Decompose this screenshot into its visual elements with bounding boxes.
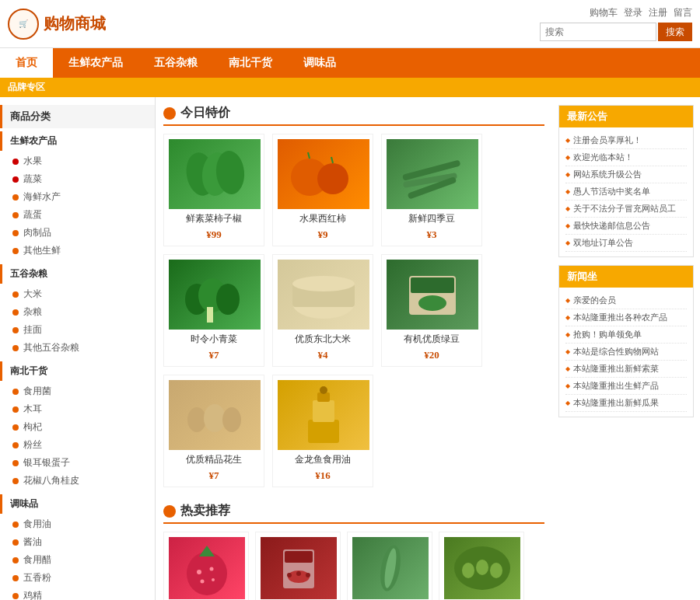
sidebar-item-rice[interactable]: 大米	[0, 285, 155, 303]
svg-point-45	[306, 573, 310, 577]
nav-item-grain[interactable]: 五谷杂粮	[138, 48, 213, 78]
svg-line-12	[308, 152, 310, 159]
sidebar-item-msg[interactable]: 鸡精	[0, 587, 155, 600]
news-item-6[interactable]: 本站隆重推出生鲜产品	[565, 378, 687, 395]
announcement-item-5[interactable]: 关于不法分子冒充网站员工	[565, 201, 687, 218]
sidebar-item-mushroom-dry[interactable]: 食用菌	[0, 382, 155, 400]
news-item-1[interactable]: 亲爱的会员	[565, 292, 687, 309]
product-price-7: ¥7	[169, 469, 259, 482]
cart-link[interactable]: 购物车	[590, 6, 618, 19]
product-card-6[interactable]: 有机优质绿豆 ¥20	[381, 254, 482, 367]
product-card-4[interactable]: 时令小青菜 ¥7	[163, 254, 264, 367]
product-name-8: 金龙鱼食用油	[278, 453, 368, 466]
svg-point-39	[212, 578, 215, 581]
hot-card-4[interactable]: 新鲜毛豆 ¥199	[439, 532, 524, 600]
announcement-box: 最新公告 注册会员享厚礼！ 欢迎光临本站！ 网站系统升级公告 愚人节活动中奖名单…	[558, 105, 694, 257]
product-name-1: 鲜素菜柿子椒	[169, 212, 259, 225]
news-item-3[interactable]: 抢购！购单领免单	[565, 326, 687, 344]
sidebar-item-vermicelli[interactable]: 粉丝	[0, 436, 155, 454]
news-title: 新闻坐	[559, 266, 693, 288]
product-price-8: ¥16	[278, 469, 368, 482]
product-card-7[interactable]: 优质精品花生 ¥7	[163, 375, 264, 487]
announcement-item-6[interactable]: 最快快递邮信息公告	[565, 218, 687, 235]
right-panel: 最新公告 注册会员享厚礼！ 欢迎光临本站！ 网站系统升级公告 愚人节活动中奖名单…	[552, 97, 700, 600]
announcement-item-7[interactable]: 双地址订单公告	[565, 235, 687, 252]
svg-rect-20	[207, 307, 213, 323]
brand-bar-text: 品牌专区	[8, 82, 45, 92]
logo: 🛒 购物商城	[8, 9, 106, 40]
logo-icon: 🛒	[8, 9, 39, 40]
sidebar-item-soy-sauce[interactable]: 酱油	[0, 533, 155, 551]
hot-card-1[interactable]: 有机奶油草莓 ¥196	[163, 532, 249, 600]
sidebar-item-tremella[interactable]: 银耳银蛋子	[0, 454, 155, 472]
product-price-1: ¥99	[169, 228, 259, 241]
sidebar-item-mixed-grain[interactable]: 杂粮	[0, 303, 155, 321]
announcement-item-4[interactable]: 愚人节活动中奖名单	[565, 183, 687, 201]
sidebar-item-cooking-oil[interactable]: 食用油	[0, 515, 155, 533]
hot-card-2[interactable]: 有机小红豆 ¥229	[255, 532, 341, 600]
product-img-3	[387, 139, 478, 209]
content: 今日特价 鲜素菜柿子椒 ¥99 水果西红	[156, 97, 552, 600]
product-card-2[interactable]: 水果西红柿 ¥9	[272, 134, 373, 246]
announcement-item-3[interactable]: 网站系统升级公告	[565, 166, 687, 183]
product-card-5[interactable]: 优质东北大米 ¥4	[272, 254, 373, 367]
sidebar-item-wolfberry[interactable]: 枸杞	[0, 418, 155, 436]
product-img-4	[169, 260, 261, 330]
category-fresh: 生鲜农产品	[0, 131, 155, 151]
announcement-title: 最新公告	[559, 106, 693, 127]
content-wrapper: 今日特价 鲜素菜柿子椒 ¥99 水果西红	[156, 97, 700, 600]
product-price-6: ¥20	[387, 349, 477, 361]
register-link[interactable]: 注册	[649, 6, 667, 19]
product-card-1[interactable]: 鲜素菜柿子椒 ¥99	[163, 134, 264, 246]
header: 🛒 购物商城 购物车 登录 注册 留言 搜索	[0, 0, 700, 48]
nav-item-seasoning[interactable]: 调味品	[288, 48, 352, 78]
product-name-4: 时令小青菜	[169, 333, 259, 346]
login-link[interactable]: 登录	[624, 6, 642, 19]
product-img-2	[278, 139, 369, 209]
hot-recommend-title: 热卖推荐	[180, 503, 230, 519]
sidebar-item-woodear[interactable]: 木耳	[0, 400, 155, 418]
hot-img-1	[169, 537, 245, 599]
announcement-item-1[interactable]: 注册会员享厚礼！	[565, 132, 687, 149]
sidebar-item-spice[interactable]: 花椒八角桂皮	[0, 472, 155, 490]
hot-recommend-header: 热卖推荐	[163, 503, 544, 524]
sidebar-item-seafood[interactable]: 海鲜水产	[0, 188, 155, 206]
sidebar-item-other-grain[interactable]: 其他五谷杂粮	[0, 339, 155, 357]
product-card-3[interactable]: 新鲜四季豆 ¥3	[381, 134, 482, 246]
message-link[interactable]: 留言	[674, 6, 692, 19]
sidebar-item-noodle[interactable]: 挂面	[0, 321, 155, 339]
svg-rect-41	[285, 551, 313, 563]
news-item-7[interactable]: 本站隆重推出新鲜瓜果	[565, 395, 687, 412]
sidebar-category: 商品分类 生鲜农产品 水果 蔬菜 海鲜水产 蔬蛋 肉制品 其他生鲜 五谷杂粮 大…	[0, 105, 155, 600]
product-img-7	[169, 380, 261, 450]
product-card-8[interactable]: 金龙鱼食用油 ¥16	[272, 375, 373, 487]
sidebar-item-veg[interactable]: 蔬菜	[0, 170, 155, 188]
nav-item-home[interactable]: 首页	[0, 48, 53, 78]
hot-img-4	[444, 537, 520, 599]
news-item-5[interactable]: 本站隆重推出新鲜索菜	[565, 361, 687, 378]
category-grain: 五谷杂粮	[0, 264, 155, 284]
sidebar-item-egg[interactable]: 蔬蛋	[0, 206, 155, 224]
news-item-2[interactable]: 本站隆重推出各种农产品	[565, 309, 687, 326]
svg-point-23	[292, 276, 355, 291]
category-dry: 南北干货	[0, 361, 155, 381]
search-button[interactable]: 搜索	[658, 23, 692, 41]
nav-item-dry[interactable]: 南北干货	[213, 48, 288, 78]
product-img-6	[387, 260, 478, 330]
product-name-3: 新鲜四季豆	[387, 212, 477, 225]
sidebar-item-meat[interactable]: 肉制品	[0, 224, 155, 242]
sidebar-item-five-spice[interactable]: 五香粉	[0, 569, 155, 587]
svg-point-33	[320, 386, 327, 394]
announcement-item-2[interactable]: 欢迎光临本站！	[565, 149, 687, 166]
nav-item-fresh[interactable]: 生鲜农产品	[53, 48, 138, 78]
news-item-4[interactable]: 本站是综合性购物网站	[565, 344, 687, 361]
hot-img-3	[352, 537, 429, 599]
search-input[interactable]	[540, 23, 656, 41]
hot-card-3[interactable]: 新鲜绿色菜瓜 ¥98	[347, 532, 432, 600]
sidebar-main-title: 商品分类	[0, 105, 155, 128]
sidebar-item-other-fresh[interactable]: 其他生鲜	[0, 242, 155, 260]
sidebar-item-vinegar[interactable]: 食用醋	[0, 551, 155, 569]
product-img-1	[169, 139, 261, 209]
search-bar: 搜索	[540, 23, 692, 41]
sidebar-item-fruit[interactable]: 水果	[0, 152, 155, 170]
